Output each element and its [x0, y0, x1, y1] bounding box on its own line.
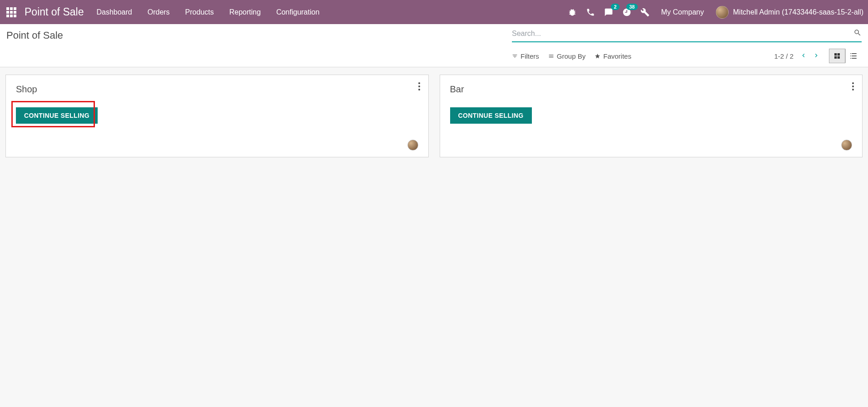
filter-icon	[512, 53, 518, 59]
continue-selling-button[interactable]: CONTINUE SELLING	[450, 107, 532, 124]
activities-badge: 38	[626, 4, 637, 10]
view-list[interactable]	[845, 49, 862, 63]
chevron-left-icon	[800, 52, 807, 59]
pager-text: 1-2 / 2	[774, 52, 794, 60]
card-menu-icon[interactable]	[852, 82, 854, 90]
card-avatar[interactable]	[407, 140, 418, 151]
pos-card-bar: Bar CONTINUE SELLING	[440, 75, 863, 157]
card-title: Shop	[16, 84, 418, 95]
activities-icon[interactable]: 38	[622, 8, 631, 17]
avatar	[716, 6, 729, 19]
page-title: Point of Sale	[6, 30, 63, 41]
card-title: Bar	[450, 84, 853, 95]
chevron-right-icon	[813, 52, 820, 59]
phone-icon[interactable]	[586, 8, 595, 17]
messages-badge: 2	[611, 4, 619, 10]
top-nav: Point of Sale Dashboard Orders Products …	[0, 0, 868, 24]
nav-actions: 2 38 My Company Mitchell Admin (17433446…	[568, 6, 864, 19]
pager-prev[interactable]	[800, 52, 807, 60]
user-menu[interactable]: Mitchell Admin (17433446-saas-15-2-all)	[716, 6, 863, 19]
search-bar	[512, 29, 862, 42]
search-icon[interactable]	[853, 29, 862, 39]
groupby-button[interactable]: Group By	[548, 52, 585, 60]
messages-icon[interactable]: 2	[604, 8, 613, 17]
app-brand[interactable]: Point of Sale	[25, 6, 84, 18]
bug-icon[interactable]	[568, 8, 577, 17]
apps-icon[interactable]	[6, 7, 16, 17]
view-kanban[interactable]	[829, 49, 845, 63]
menu-reporting[interactable]: Reporting	[229, 8, 261, 16]
user-name: Mitchell Admin (17433446-saas-15-2-all)	[733, 8, 863, 16]
continue-selling-button[interactable]: CONTINUE SELLING	[16, 107, 98, 124]
kanban-icon	[833, 52, 841, 60]
groupby-icon	[548, 53, 554, 59]
filters-button[interactable]: Filters	[512, 52, 539, 60]
tools-icon[interactable]	[640, 8, 650, 17]
main-menu: Dashboard Orders Products Reporting Conf…	[96, 8, 319, 16]
company-label[interactable]: My Company	[661, 8, 704, 16]
kanban-content: Shop CONTINUE SELLING Bar CONTINUE SELLI…	[0, 67, 868, 165]
pager-next[interactable]	[813, 52, 820, 60]
list-icon	[849, 52, 858, 60]
pos-card-shop: Shop CONTINUE SELLING	[5, 75, 429, 157]
favorites-button[interactable]: Favorites	[595, 52, 631, 60]
control-panel: Point of Sale Filters Group By Favorites…	[0, 24, 868, 67]
menu-configuration[interactable]: Configuration	[276, 8, 319, 16]
menu-orders[interactable]: Orders	[148, 8, 170, 16]
menu-products[interactable]: Products	[185, 8, 214, 16]
star-icon	[595, 53, 600, 59]
search-input[interactable]	[512, 30, 853, 38]
card-avatar[interactable]	[841, 140, 852, 151]
card-menu-icon[interactable]	[418, 82, 420, 90]
menu-dashboard[interactable]: Dashboard	[96, 8, 132, 16]
